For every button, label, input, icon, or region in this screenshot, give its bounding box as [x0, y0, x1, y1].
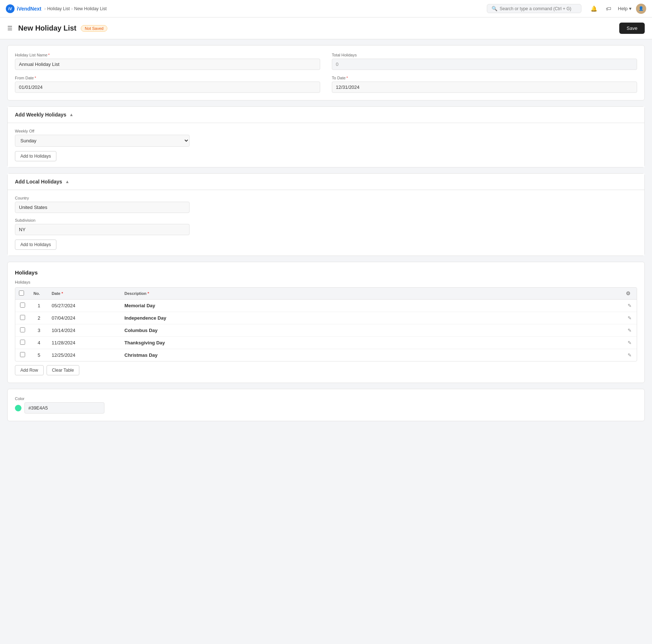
add-row-button[interactable]: Add Row — [15, 365, 44, 375]
holiday-list-name-input[interactable] — [15, 59, 320, 70]
table-actions: Add Row Clear Table — [15, 365, 637, 375]
menu-icon[interactable]: ☰ — [7, 25, 12, 32]
subdivision-input[interactable] — [15, 224, 190, 235]
row-checkbox[interactable] — [20, 315, 25, 320]
country-input[interactable] — [15, 202, 190, 213]
table-settings-icon[interactable]: ⚙ — [626, 291, 631, 296]
row-description: Christmas Day — [121, 349, 622, 361]
weekly-add-button-wrapper: Add to Holidays — [15, 151, 637, 161]
local-add-to-holidays-button[interactable]: Add to Holidays — [15, 240, 56, 250]
to-date-input[interactable] — [332, 82, 637, 93]
total-holidays-group: Total Holidays — [332, 53, 637, 70]
row-description: Independence Day — [121, 312, 622, 324]
table-row: 3 10/14/2024 Columbus Day ✎ — [15, 324, 637, 337]
app-name: iVendNext — [17, 6, 41, 12]
row-edit-cell[interactable]: ✎ — [622, 349, 637, 361]
total-holidays-input — [332, 59, 637, 70]
clear-table-button[interactable]: Clear Table — [47, 365, 79, 375]
weekly-holidays-body: Weekly Off Sunday Monday Tuesday Wednesd… — [8, 123, 644, 167]
help-label: Help — [618, 6, 628, 11]
color-row — [15, 402, 637, 414]
row-date: 12/25/2024 — [48, 349, 121, 361]
row-no: 1 — [30, 300, 48, 312]
breadcrumb-holiday-list[interactable]: Holiday List — [47, 6, 70, 11]
edit-icon[interactable]: ✎ — [628, 352, 632, 358]
row-checkbox-cell[interactable] — [15, 324, 30, 337]
row-checkbox-cell[interactable] — [15, 300, 30, 312]
color-card: Color — [7, 389, 645, 421]
weekly-off-label: Weekly Off — [15, 129, 190, 133]
edit-icon[interactable]: ✎ — [628, 340, 632, 345]
weekly-off-select[interactable]: Sunday Monday Tuesday Wednesday Thursday… — [15, 135, 190, 147]
col-desc-header: Description * — [121, 288, 622, 300]
row-edit-cell[interactable]: ✎ — [622, 312, 637, 324]
row-checkbox[interactable] — [20, 352, 25, 357]
from-date-label: From Date* — [15, 76, 320, 80]
subdivision-label: Subdivision — [15, 218, 190, 222]
col-check-header — [15, 288, 30, 300]
table-row: 1 05/27/2024 Memorial Day ✎ — [15, 300, 637, 312]
row-checkbox-cell[interactable] — [15, 337, 30, 349]
basic-info-form: Holiday List Name* Total Holidays From D… — [15, 53, 637, 93]
local-holidays-body: Country Subdivision Add to Holidays — [8, 190, 644, 256]
help-button[interactable]: Help ▾ — [618, 6, 632, 11]
app-logo[interactable]: iV iVendNext — [6, 4, 41, 13]
row-edit-cell[interactable]: ✎ — [622, 337, 637, 349]
total-holidays-label: Total Holidays — [332, 53, 637, 57]
edit-icon[interactable]: ✎ — [628, 315, 632, 321]
table-header-row: No. Date * Description * ⚙ — [15, 288, 637, 300]
row-no: 2 — [30, 312, 48, 324]
row-checkbox-cell[interactable] — [15, 349, 30, 361]
breadcrumb: › Holiday List › New Holiday List — [44, 6, 107, 11]
row-no: 5 — [30, 349, 48, 361]
country-group: Country — [15, 196, 190, 213]
topbar: iV iVendNext › Holiday List › New Holida… — [0, 0, 652, 17]
row-edit-cell[interactable]: ✎ — [622, 324, 637, 337]
holidays-table-card: Holidays Holidays No. Date * Description… — [7, 262, 645, 383]
table-row: 5 12/25/2024 Christmas Day ✎ — [15, 349, 637, 361]
row-no: 4 — [30, 337, 48, 349]
row-checkbox[interactable] — [20, 327, 25, 332]
row-description: Thanksgiving Day — [121, 337, 622, 349]
weekly-holidays-title: Add Weekly Holidays — [15, 112, 66, 118]
holidays-table-wrapper: No. Date * Description * ⚙ 1 05/27/2024 … — [15, 287, 637, 361]
select-all-checkbox[interactable] — [19, 291, 24, 296]
weekly-holidays-card: Add Weekly Holidays ▲ Weekly Off Sunday … — [7, 106, 645, 167]
notification-icon[interactable]: 🔔 — [589, 4, 599, 14]
breadcrumb-new-holiday-list[interactable]: New Holiday List — [74, 6, 107, 11]
weekly-holidays-header[interactable]: Add Weekly Holidays ▲ — [8, 107, 644, 123]
local-holidays-chevron: ▲ — [65, 179, 69, 184]
user-avatar[interactable]: 👤 — [636, 4, 646, 14]
col-no-header: No. — [30, 288, 48, 300]
page-title: New Holiday List — [18, 24, 76, 32]
row-date: 11/28/2024 — [48, 337, 121, 349]
table-row: 4 11/28/2024 Thanksgiving Day ✎ — [15, 337, 637, 349]
edit-icon[interactable]: ✎ — [628, 328, 632, 333]
edit-icon[interactable]: ✎ — [628, 303, 632, 308]
holiday-list-name-group: Holiday List Name* — [15, 53, 320, 70]
to-date-label: To Date* — [332, 76, 637, 80]
country-label: Country — [15, 196, 190, 200]
status-badge: Not Saved — [81, 25, 107, 32]
tag-icon[interactable]: 🏷 — [603, 4, 613, 14]
page-header: ☰ New Holiday List Not Saved Save — [0, 17, 652, 39]
row-checkbox-cell[interactable] — [15, 312, 30, 324]
save-button[interactable]: Save — [619, 23, 645, 34]
row-checkbox[interactable] — [20, 340, 25, 345]
row-checkbox[interactable] — [20, 303, 25, 308]
subdivision-group: Subdivision — [15, 218, 190, 235]
col-action-header: ⚙ — [622, 288, 637, 300]
row-edit-cell[interactable]: ✎ — [622, 300, 637, 312]
weekly-add-to-holidays-button[interactable]: Add to Holidays — [15, 151, 56, 161]
local-holidays-header[interactable]: Add Local Holidays ▲ — [8, 174, 644, 190]
from-date-input[interactable] — [15, 82, 320, 93]
search-input[interactable] — [500, 6, 577, 11]
row-date: 07/04/2024 — [48, 312, 121, 324]
search-bar[interactable]: 🔍 — [487, 4, 581, 13]
color-input[interactable] — [24, 402, 104, 414]
weekly-holidays-chevron: ▲ — [69, 112, 73, 117]
color-swatch — [15, 405, 21, 411]
weekly-off-group: Weekly Off Sunday Monday Tuesday Wednesd… — [15, 129, 190, 147]
local-add-button-wrapper: Add to Holidays — [15, 240, 637, 250]
to-date-group: To Date* — [332, 76, 637, 93]
